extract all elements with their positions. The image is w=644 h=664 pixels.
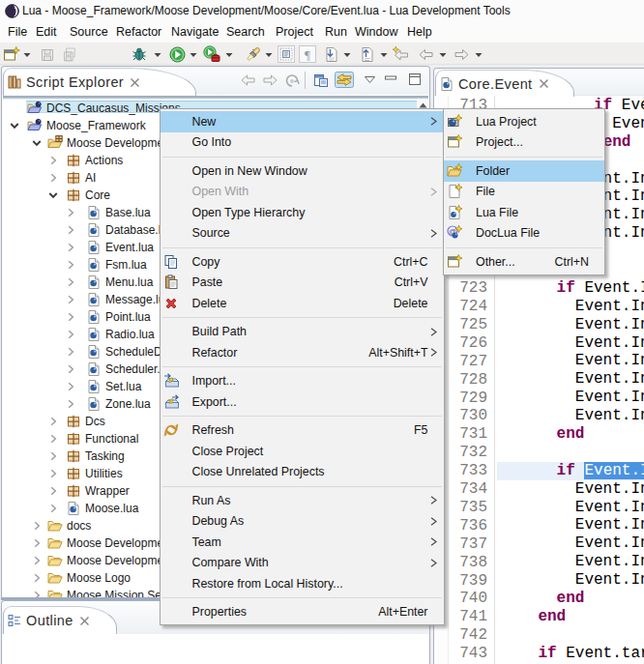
svg-text:¶: ¶ [305, 47, 310, 62]
